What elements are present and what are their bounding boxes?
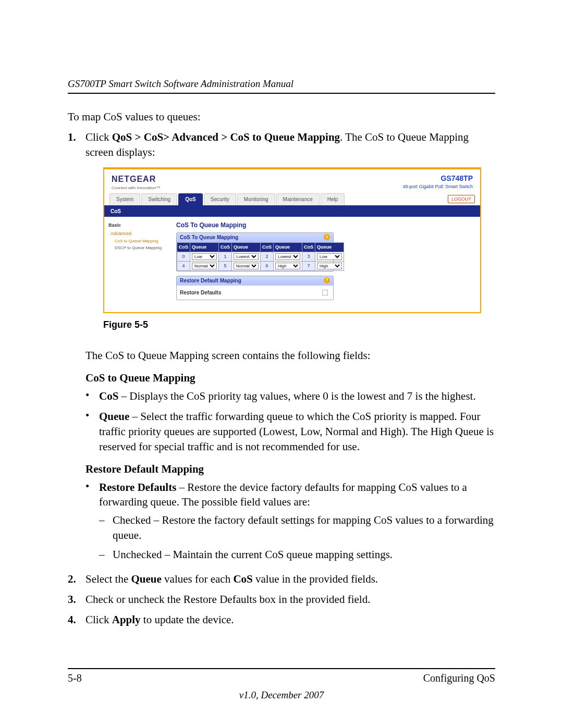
col-cos-3: CoS [302, 243, 315, 252]
queue-select-0[interactable]: Low [192, 253, 217, 260]
brand-block: NETGEAR Connect with Innovation™ [112, 174, 160, 191]
restore-panel: Restore Default Mapping ? Restore Defaul… [176, 276, 334, 301]
screenshot: NETGEAR Connect with Innovation™ GS748TP… [103, 167, 481, 313]
step-1: Click QoS > CoS> Advanced > CoS to Queue… [85, 130, 495, 343]
s2c: values for each [162, 573, 234, 585]
model-desc: 48-port Gigabit PoE Smart Switch [402, 183, 473, 190]
dash-checked: Checked – Restore the factory default se… [99, 513, 495, 543]
help-icon[interactable]: ? [324, 234, 330, 240]
cos-2: 2 [261, 252, 274, 261]
bullet-cos: CoS – Displays the CoS priority tag valu… [85, 389, 495, 404]
after-figure-text: The CoS to Queue Mapping screen contains… [85, 348, 495, 363]
bullet-queue-text: – Select the traffic forwarding queue to… [99, 410, 494, 453]
bullet-restore-label: Restore Defaults [99, 481, 176, 493]
left-nav: Basic Advanced CoS to Queue Mapping DSCP… [104, 217, 170, 313]
primary-tabs: System Switching QoS Security Monitoring… [104, 193, 480, 206]
footer-version: v1.0, December 2007 [68, 689, 495, 701]
figure-caption: Figure 5-5 [103, 318, 495, 331]
step-number-4: 4. [68, 612, 85, 627]
step-number-3: 3. [68, 592, 85, 607]
panel1-title: CoS To Queue Mapping [180, 234, 238, 241]
manual-page: GS700TP Smart Switch Software Administra… [0, 0, 563, 728]
restore-defaults-checkbox[interactable] [322, 290, 328, 296]
col-cos-2: CoS [261, 243, 274, 252]
cos-4: 4 [177, 261, 190, 270]
model-name: GS748TP [402, 174, 473, 183]
sidebar-basic[interactable]: Basic [108, 222, 166, 228]
main-panel: CoS To Queue Mapping CoS To Queue Mappin… [170, 217, 480, 313]
queue-select-6[interactable]: High [275, 263, 300, 269]
cos-5: 5 [219, 261, 232, 270]
tab-qos[interactable]: QoS [178, 193, 203, 205]
footer-rule [68, 668, 495, 669]
page-footer: 5-8 Configuring QoS v1.0, December 2007 [68, 668, 495, 701]
page-title: CoS To Queue Mapping [176, 221, 474, 230]
brand-logo: NETGEAR [112, 174, 160, 185]
header-rule [68, 93, 495, 94]
shot-header: NETGEAR Connect with Innovation™ GS748TP… [104, 169, 480, 193]
col-cos-0: CoS [177, 243, 190, 252]
sidebar-cos-to-queue[interactable]: CoS to Queue Mapping [115, 238, 166, 244]
tab-maintenance[interactable]: Maintenance [276, 193, 320, 205]
col-queue-1: Queue [232, 243, 261, 252]
step-number-1: 1. [68, 130, 85, 343]
queue-select-7[interactable]: High [317, 263, 342, 269]
dash-unchecked-text: Unchecked – Maintain the current CoS que… [113, 547, 495, 562]
cos-queue-panel-header: CoS To Queue Mapping ? [177, 233, 333, 242]
step1-prefix: Click [85, 131, 112, 143]
queue-select-4[interactable]: Normal [192, 263, 217, 269]
tab-system[interactable]: System [109, 193, 140, 205]
step-number-2: 2. [68, 572, 85, 587]
queue-select-1[interactable]: Lowest [234, 253, 259, 260]
s4b: Apply [112, 613, 141, 626]
subtab-cos[interactable]: CoS [104, 206, 480, 217]
step1-path: QoS > CoS> Advanced > CoS to Queue Mappi… [112, 131, 340, 143]
body: To map CoS values to queues: 1. Click Qo… [68, 109, 495, 627]
restore-panel-header: Restore Default Mapping ? [177, 276, 333, 286]
tab-monitoring[interactable]: Monitoring [237, 193, 275, 205]
restore-row: Restore Defaults [177, 285, 333, 300]
s2d: CoS [233, 573, 252, 585]
cos-3: 3 [302, 252, 315, 261]
bullet-cos-text: – Displays the CoS priority tag values, … [118, 390, 475, 402]
cos-1: 1 [219, 252, 232, 261]
dash-checked-text: Checked – Restore the factory default se… [113, 513, 495, 543]
step-3: Check or uncheck the Restore Defaults bo… [85, 592, 495, 607]
cos-0: 0 [177, 252, 190, 261]
col-cos-1: CoS [219, 243, 232, 252]
section-restore-default: Restore Default Mapping [85, 462, 495, 477]
sidebar-advanced[interactable]: Advanced [111, 230, 166, 237]
footer-section-title: Configuring QoS [423, 672, 495, 684]
queue-select-5[interactable]: Normal [234, 263, 259, 269]
s2b: Queue [131, 573, 161, 585]
cos-queue-panel: CoS To Queue Mapping ? CoS Queue CoS [176, 232, 334, 271]
restore-defaults-label: Restore Defaults [180, 289, 221, 297]
step-2: Select the Queue values for each CoS val… [85, 572, 495, 587]
bullet-restore: Restore Defaults – Restore the device fa… [85, 480, 495, 567]
col-queue-0: Queue [190, 243, 219, 252]
logout-button[interactable]: LOGOUT [448, 195, 475, 203]
help-icon-2[interactable]: ? [324, 277, 330, 283]
shot-body: Basic Advanced CoS to Queue Mapping DSCP… [104, 217, 480, 313]
section-cos-to-queue: CoS to Queue Mapping [85, 371, 495, 386]
intro-text: To map CoS values to queues: [68, 109, 495, 125]
cos-queue-table: CoS Queue CoS Queue CoS Queue CoS [177, 242, 344, 270]
sidebar-dscp-to-queue[interactable]: DSCP to Queue Mapping [115, 245, 166, 251]
s2e: value in the provided fields. [253, 573, 378, 585]
queue-select-2[interactable]: Lowest [275, 253, 300, 260]
page-number: 5-8 [68, 672, 82, 684]
cos-6: 6 [261, 261, 274, 270]
col-queue-3: Queue [315, 243, 344, 252]
tab-help[interactable]: Help [321, 193, 345, 205]
cos-7: 7 [302, 261, 315, 270]
tab-security[interactable]: Security [204, 193, 236, 205]
brand-tagline: Connect with Innovation™ [112, 185, 160, 191]
queue-select-3[interactable]: Low [317, 253, 342, 260]
s4a: Click [85, 613, 112, 626]
panel2-title: Restore Default Mapping [180, 277, 241, 285]
bullet-queue-label: Queue [99, 410, 129, 423]
tab-switching[interactable]: Switching [141, 193, 177, 205]
figure-5-5: NETGEAR Connect with Innovation™ GS748TP… [103, 167, 495, 313]
model-block: GS748TP 48-port Gigabit PoE Smart Switch [402, 174, 473, 191]
bullet-cos-label: CoS [99, 390, 118, 402]
